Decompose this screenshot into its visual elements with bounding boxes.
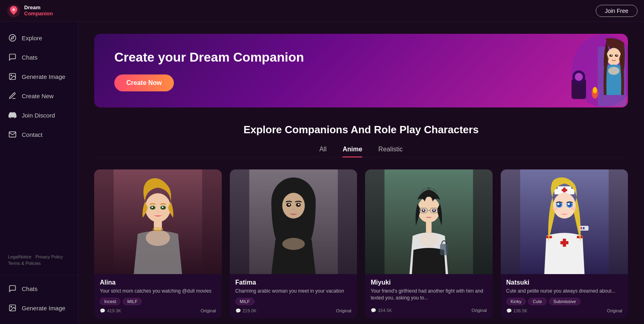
sidebar: Explore Chats Generate Image bbox=[0, 22, 78, 324]
logo-dream: Dream bbox=[24, 5, 53, 10]
card-desc-fatima: Charming arabic woman you meet in your v… bbox=[235, 288, 352, 295]
hero-text: Create your Dream Companion Create Now bbox=[114, 50, 304, 91]
svg-point-26 bbox=[145, 193, 171, 222]
explore-section: Explore Companions And Role Play Charact… bbox=[94, 124, 628, 318]
envelope-icon bbox=[8, 130, 17, 139]
svg-point-20 bbox=[608, 67, 619, 75]
card-miyuki[interactable]: Miyuki Your friend's girlfriend had anot… bbox=[365, 169, 493, 318]
card-tags-fatima: MILF bbox=[235, 298, 352, 305]
join-free-button[interactable]: Join Free bbox=[596, 5, 638, 17]
svg-point-5 bbox=[11, 75, 12, 76]
tab-anime[interactable]: Anime bbox=[343, 146, 362, 157]
chat-bottom-icon bbox=[8, 284, 17, 293]
bubble-icon-miyuki: 💬 bbox=[371, 308, 376, 313]
card-body-miyuki: Miyuki Your friend's girlfriend had anot… bbox=[365, 274, 493, 318]
terms-link[interactable]: Terms & Policies bbox=[8, 261, 70, 266]
svg-point-15 bbox=[607, 48, 621, 66]
svg-point-11 bbox=[575, 73, 583, 81]
privacy-policy-link[interactable]: Privacy Policy bbox=[35, 254, 63, 259]
badge-natsuki: Original bbox=[607, 308, 622, 313]
card-desc-alina: Your strict mom catches you watching @du… bbox=[100, 288, 216, 295]
sidebar-item-create-new[interactable]: Create New bbox=[0, 86, 78, 105]
sidebar-label-chats-bottom: Chats bbox=[22, 285, 37, 292]
svg-point-32 bbox=[162, 206, 163, 208]
tag-incest: Incest bbox=[100, 298, 120, 305]
card-footer-miyuki: 💬 154.5K Original bbox=[371, 308, 487, 313]
svg-point-25 bbox=[157, 229, 159, 231]
header: Dream Companion Join Free bbox=[0, 0, 644, 22]
hero-title: Create your Dream Companion bbox=[114, 50, 304, 65]
sidebar-item-generate-image-bottom[interactable]: Generate Image bbox=[0, 298, 78, 318]
sidebar-item-explore[interactable]: Explore bbox=[0, 28, 78, 47]
create-now-button[interactable]: Create Now bbox=[114, 74, 174, 91]
card-image-alina bbox=[94, 169, 222, 274]
sidebar-label-generate-image: Generate Image bbox=[22, 73, 65, 80]
card-image-natsuki bbox=[501, 169, 628, 274]
sidebar-item-join-discord[interactable]: Join Discord bbox=[0, 105, 78, 125]
card-alina[interactable]: Alina Your strict mom catches you watchi… bbox=[94, 169, 222, 318]
tabs: All Anime Realistic bbox=[94, 146, 628, 157]
svg-rect-54 bbox=[440, 244, 448, 255]
layout: Explore Chats Generate Image bbox=[0, 22, 644, 324]
badge-alina: Original bbox=[201, 308, 216, 313]
pencil-icon bbox=[8, 91, 17, 100]
svg-point-31 bbox=[151, 206, 153, 208]
card-messages-alina: 💬 419.3K bbox=[100, 308, 121, 314]
svg-point-70 bbox=[568, 203, 570, 205]
message-count-alina: 419.3K bbox=[107, 308, 121, 313]
card-messages-fatima: 💬 219.0K bbox=[235, 308, 257, 314]
card-natsuki[interactable]: Natsuki Cute and petite nurse you always… bbox=[501, 169, 628, 318]
sidebar-item-chats[interactable]: Chats bbox=[0, 47, 78, 67]
message-count-miyuki: 154.5K bbox=[378, 308, 392, 313]
card-desc-natsuki: Cute and petite nurse you always dreamed… bbox=[506, 288, 623, 295]
sidebar-label-generate-image-bottom: Generate Image bbox=[22, 305, 65, 312]
card-fatima[interactable]: Fatima Charming arabic woman you meet in… bbox=[230, 169, 357, 318]
hero-banner: Create your Dream Companion Create Now bbox=[94, 34, 628, 107]
miyuki-character bbox=[365, 169, 493, 274]
svg-point-1 bbox=[12, 8, 15, 11]
card-tags-alina: Incest MILF bbox=[100, 298, 216, 305]
card-body-fatima: Fatima Charming arabic woman you meet in… bbox=[230, 274, 357, 318]
logo-text: Dream Companion bbox=[24, 5, 53, 17]
card-desc-miyuki: Your friend's girlfriend had another fig… bbox=[371, 288, 487, 301]
badge-miyuki: Original bbox=[472, 308, 487, 313]
svg-point-18 bbox=[611, 54, 612, 56]
card-body-natsuki: Natsuki Cute and petite nurse you always… bbox=[501, 274, 628, 318]
svg-point-40 bbox=[288, 204, 290, 205]
explore-title: Explore Companions And Role Play Charact… bbox=[94, 124, 628, 136]
svg-point-37 bbox=[282, 238, 305, 250]
sidebar-label-explore: Explore bbox=[22, 35, 42, 41]
sidebar-label-join-discord: Join Discord bbox=[22, 112, 55, 119]
svg-rect-74 bbox=[580, 227, 582, 229]
message-count-natsuki: 136.5K bbox=[514, 308, 528, 313]
bubble-icon-fatima: 💬 bbox=[235, 308, 241, 314]
svg-point-71 bbox=[552, 207, 558, 210]
sidebar-item-generate-image[interactable]: Generate Image bbox=[0, 67, 78, 86]
svg-rect-45 bbox=[426, 222, 431, 233]
card-image-fatima bbox=[230, 169, 357, 274]
svg-point-41 bbox=[298, 204, 299, 205]
image-icon bbox=[8, 72, 17, 81]
legal-notice-link[interactable]: LegalNotice bbox=[8, 254, 31, 259]
tab-all[interactable]: All bbox=[319, 146, 326, 157]
card-footer-fatima: 💬 219.0K Original bbox=[235, 308, 352, 314]
tag-submissive: Submissive bbox=[549, 298, 580, 305]
card-name-miyuki: Miyuki bbox=[371, 279, 487, 286]
badge-fatima: Original bbox=[336, 308, 351, 313]
bubble-icon: 💬 bbox=[100, 308, 105, 314]
logo[interactable]: Dream Companion bbox=[6, 4, 53, 18]
sidebar-footer: LegalNotice Privacy Policy Terms & Polic… bbox=[0, 250, 78, 270]
alina-character bbox=[94, 169, 222, 274]
compass-icon bbox=[8, 33, 17, 42]
svg-rect-59 bbox=[560, 241, 568, 244]
card-messages-natsuki: 💬 136.5K bbox=[506, 308, 528, 314]
hero-character-svg bbox=[523, 35, 628, 107]
sidebar-item-contact[interactable]: Contact bbox=[0, 125, 78, 144]
cards-grid: Alina Your strict mom catches you watchi… bbox=[94, 169, 628, 318]
svg-rect-75 bbox=[583, 227, 584, 229]
tab-realistic[interactable]: Realistic bbox=[378, 146, 402, 157]
tag-kinky: Kinky bbox=[506, 298, 526, 305]
sidebar-item-chats-bottom[interactable]: Chats bbox=[0, 279, 78, 298]
card-name-natsuki: Natsuki bbox=[506, 279, 623, 286]
card-name-fatima: Fatima bbox=[235, 279, 352, 286]
